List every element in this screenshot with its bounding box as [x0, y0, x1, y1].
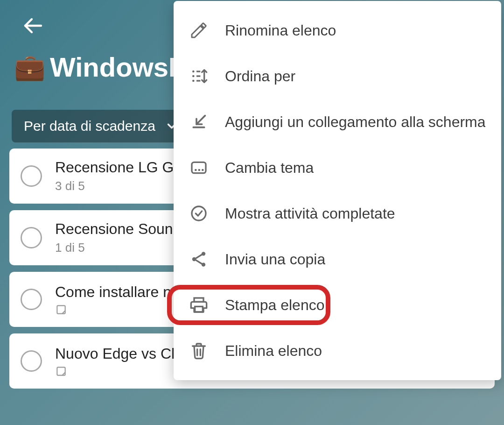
- task-title: Come installare n: [55, 283, 171, 301]
- share-icon: [189, 250, 208, 269]
- menu-label: Aggiungi un collegamento alla schermata …: [225, 113, 485, 131]
- pencil-icon: [189, 21, 208, 40]
- menu-item-theme[interactable]: Cambia tema: [174, 145, 501, 191]
- menu-item-showdone[interactable]: Mostra attività completate: [174, 191, 501, 236]
- menu-label: Invia una copia: [225, 251, 325, 268]
- task-title: Recensione LG G8: [55, 159, 182, 176]
- task-checkbox[interactable]: [21, 227, 42, 248]
- note-icon: [55, 365, 67, 377]
- arrow-left-icon: [21, 14, 44, 37]
- menu-label: Mostra attività completate: [225, 205, 395, 222]
- task-subtext: 3 di 5: [55, 179, 182, 193]
- task-subtext: [55, 365, 180, 377]
- task-checkbox[interactable]: [21, 350, 42, 372]
- menu-item-print[interactable]: Stampa elenco: [174, 282, 501, 328]
- menu-item-shortcut[interactable]: Aggiungi un collegamento alla schermata …: [174, 99, 501, 145]
- sort-label: Per data di scadenza: [24, 118, 155, 134]
- sort-chip[interactable]: Per data di scadenza: [12, 110, 191, 142]
- task-title: Nuovo Edge vs Ch: [55, 345, 180, 362]
- task-checkbox[interactable]: [21, 289, 42, 310]
- menu-item-share[interactable]: Invia una copia: [174, 236, 501, 282]
- menu-label: Elimina elenco: [225, 342, 322, 360]
- note-icon: [55, 304, 67, 316]
- task-checkbox[interactable]: [21, 165, 42, 187]
- page-title: 💼 WindowsB: [14, 51, 188, 83]
- menu-label: Rinomina elenco: [225, 22, 336, 39]
- task-subtext: [55, 304, 171, 316]
- menu-item-rename[interactable]: Rinomina elenco: [174, 7, 501, 53]
- list-emoji: 💼: [14, 52, 45, 82]
- sort-icon: [189, 67, 208, 85]
- menu-label: Ordina per: [225, 68, 295, 85]
- menu-item-sortby[interactable]: Ordina per: [174, 53, 501, 99]
- menu-label: Stampa elenco: [225, 297, 324, 314]
- context-menu: Rinomina elencoOrdina perAggiungi un col…: [174, 1, 501, 380]
- task-body: Recensione Sound1 di 5: [55, 220, 181, 255]
- palette-icon: [189, 158, 208, 177]
- trash-icon: [189, 341, 208, 360]
- list-title-text: WindowsB: [50, 51, 188, 83]
- printer-icon: [189, 296, 208, 314]
- back-button[interactable]: [19, 12, 47, 40]
- task-subtext: 1 di 5: [55, 241, 181, 255]
- arrow-in-icon: [189, 113, 208, 131]
- task-body: Nuovo Edge vs Ch: [55, 345, 180, 377]
- check-circle-icon: [189, 204, 208, 223]
- task-body: Come installare n: [55, 283, 171, 316]
- menu-label: Cambia tema: [225, 159, 314, 177]
- menu-item-delete[interactable]: Elimina elenco: [174, 328, 501, 374]
- task-body: Recensione LG G83 di 5: [55, 159, 182, 193]
- task-title: Recensione Sound: [55, 220, 181, 238]
